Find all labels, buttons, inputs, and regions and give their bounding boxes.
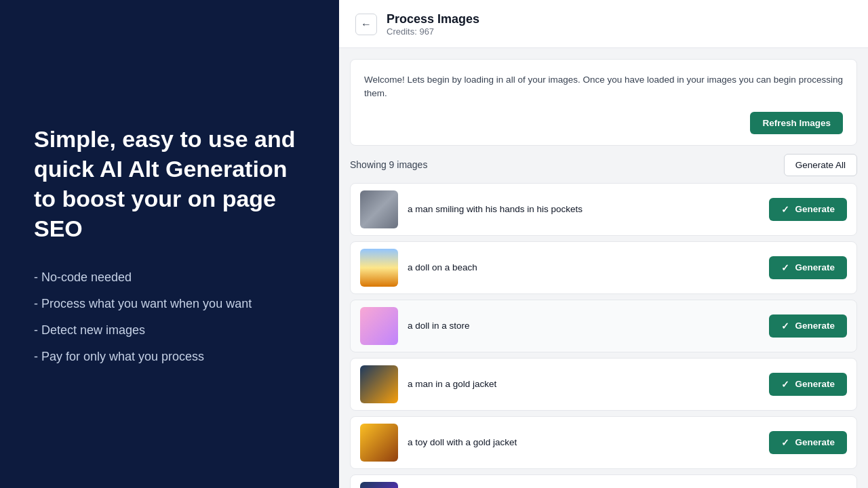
back-icon: ← [361,18,372,30]
generate-button-5[interactable]: ✓ Generate [769,431,847,454]
left-panel: Simple, easy to use and quick AI Alt Gen… [0,0,339,488]
image-list: a man smiling with his hands in his pock… [350,183,857,489]
features-list: - No-code needed - Process what you want… [34,270,305,364]
generate-label-1: Generate [795,204,835,214]
check-icon-1: ✓ [781,204,789,215]
generate-all-label: Generate All [795,160,846,170]
hero-title: Simple, easy to use and quick AI Alt Gen… [34,124,305,244]
image-thumbnail-5 [360,424,398,462]
feature-item-1: - No-code needed [34,270,305,285]
refresh-images-button[interactable]: Refresh Images [750,112,843,134]
table-row: a man smiling with his hands in his pock… [350,183,857,236]
table-row: a man in a suit holding a glass of champ… [350,474,857,489]
image-thumbnail-6 [360,482,398,489]
generate-label-2: Generate [795,262,835,272]
generate-all-button[interactable]: Generate All [784,154,857,176]
generate-button-4[interactable]: ✓ Generate [769,373,847,396]
check-icon-3: ✓ [781,321,789,331]
image-thumbnail-3 [360,307,398,345]
generate-button-1[interactable]: ✓ Generate [769,198,847,221]
welcome-section: Welcome! Lets begin by loading in all of… [350,59,857,146]
panel-header: ← Process Images Credits: 967 [339,0,868,48]
feature-item-2: - Process what you want when you want [34,297,305,311]
generate-label-4: Generate [795,379,835,389]
feature-item-3: - Detect new images [34,323,305,338]
back-button[interactable]: ← [355,14,377,35]
welcome-actions: Refresh Images [364,112,843,134]
table-row: a toy doll with a gold jacket ✓ Generate [350,416,857,469]
alt-text-3: a doll in a store [408,321,760,331]
check-icon-5: ✓ [781,437,789,448]
generate-button-3[interactable]: ✓ Generate [769,314,847,338]
right-panel: ← Process Images Credits: 967 Welcome! L… [339,0,868,488]
check-icon-2: ✓ [781,262,789,273]
table-row: a man in a gold jacket ✓ Generate [350,358,857,411]
generate-label-5: Generate [795,437,835,447]
feature-item-4: - Pay for only what you process [34,350,305,364]
image-thumbnail-1 [360,190,398,228]
alt-text-1: a man smiling with his hands in his pock… [408,204,760,214]
images-toolbar: Showing 9 images Generate All [350,154,857,176]
alt-text-5: a toy doll with a gold jacket [408,437,760,447]
generate-button-2[interactable]: ✓ Generate [769,256,847,279]
image-thumbnail-4 [360,365,398,403]
image-thumbnail-2 [360,249,398,287]
generate-label-3: Generate [795,321,835,331]
table-row: a doll on a beach ✓ Generate [350,241,857,294]
table-row: a doll in a store ✓ Generate [350,300,857,352]
alt-text-2: a doll on a beach [408,262,760,272]
page-title: Process Images [387,12,479,26]
refresh-label: Refresh Images [762,118,831,128]
alt-text-4: a man in a gold jacket [408,379,760,389]
credits-label: Credits: 967 [387,26,479,37]
check-icon-4: ✓ [781,379,789,390]
showing-count: Showing 9 images [350,159,427,170]
images-section[interactable]: Showing 9 images Generate All a man smil… [350,154,857,489]
welcome-text: Welcome! Lets begin by loading in all of… [364,73,843,101]
header-title-block: Process Images Credits: 967 [387,12,479,37]
